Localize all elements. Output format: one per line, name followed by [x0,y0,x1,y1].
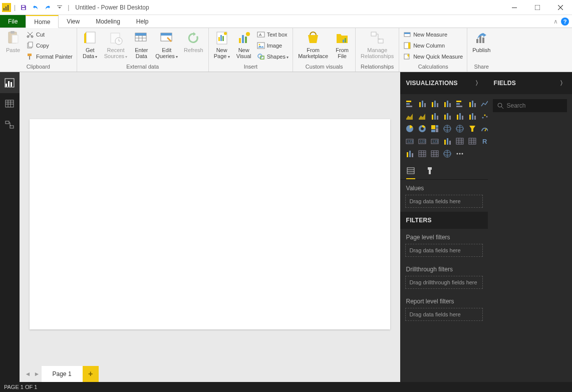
donut-chart-icon[interactable] [417,123,428,134]
get-data-button[interactable]: Get Data [79,29,101,61]
save-icon[interactable] [19,3,29,13]
svg-point-101 [421,127,424,130]
report-filters-drop-zone[interactable]: Drag data fields here [405,308,483,321]
visualizations-header[interactable]: VISUALIZATIONS 〉 [400,72,488,94]
slicer-icon[interactable] [442,136,453,147]
svg-text:R: R [482,138,487,145]
stacked-column-icon[interactable] [429,98,440,109]
undo-icon[interactable] [31,3,41,13]
stacked-area-icon[interactable] [417,111,428,122]
tab-file[interactable]: File [0,15,26,28]
refresh-button[interactable]: Refresh [181,29,206,54]
page-tab-1[interactable]: Page 1 [42,366,83,382]
filled-map-icon[interactable] [454,123,465,134]
qat-customize-icon[interactable] [55,3,65,13]
manage-relationships-button[interactable]: Manage Relationships [358,29,397,60]
kpi-icon[interactable]: 123 [429,136,440,147]
waterfall-icon[interactable] [467,111,478,122]
globe-icon[interactable] [442,148,453,159]
status-bar: PAGE 1 OF 1 [0,382,572,392]
svg-rect-35 [245,37,247,43]
add-page-button[interactable]: + [83,366,99,382]
report-canvas[interactable] [30,119,390,329]
drillthrough-label: Drillthrough filters [400,261,488,276]
ribbon-chart-icon[interactable] [454,111,465,122]
report-view-button[interactable] [0,72,20,93]
ribbon-group-clipboard: Paste Cut Copy Format Painter Clipboard [0,28,77,72]
page-next-button[interactable]: ► [33,366,42,382]
line-clustered-icon[interactable] [429,111,440,122]
fields-header[interactable]: FIELDS 〉 [488,72,572,94]
model-view-button[interactable] [0,114,20,135]
treemap-icon[interactable] [429,123,440,134]
format-tab[interactable] [425,166,434,179]
close-button[interactable] [549,0,572,15]
recent-sources-button[interactable]: Recent Sources [101,29,131,61]
new-column-button[interactable]: New Column [401,40,465,51]
tab-modeling[interactable]: Modeling [88,15,128,28]
map-icon[interactable] [442,123,453,134]
values-label: Values [400,180,488,195]
shapes-button[interactable]: Shapes [255,51,291,62]
search-input[interactable] [507,102,563,109]
clustered-column-icon[interactable] [442,98,453,109]
redo-icon[interactable] [43,3,53,13]
area-chart-icon[interactable] [404,111,415,122]
arcgis-icon[interactable] [417,148,428,159]
help-icon[interactable]: ? [561,18,569,26]
image-button[interactable]: Image [255,40,291,51]
matrix-icon[interactable] [467,136,478,147]
line-stacked-icon[interactable] [442,111,453,122]
format-painter-button[interactable]: Format Painter [24,51,75,62]
ellipsis-icon[interactable] [454,148,465,159]
svg-rect-104 [436,128,438,132]
data-view-button[interactable] [0,93,20,114]
recent-sources-icon [108,30,124,46]
page-prev-button[interactable]: ◄ [24,366,33,382]
collapse-ribbon-icon[interactable]: ∧ [553,18,558,25]
page-filters-drop-zone[interactable]: Drag data fields here [405,244,483,257]
new-page-button[interactable]: New Page [211,29,233,61]
svg-rect-92 [462,116,463,120]
copy-button[interactable]: Copy [24,40,75,51]
table-icon[interactable] [454,136,465,147]
svg-point-40 [258,44,260,46]
values-drop-zone[interactable]: Drag data fields here [405,195,483,208]
tab-help[interactable]: Help [128,15,157,28]
shape-map-icon[interactable] [429,148,440,159]
report-filters-label: Report level filters [400,293,488,308]
stacked-bar-icon[interactable] [404,98,415,109]
svg-rect-69 [419,102,421,107]
svg-rect-15 [28,54,32,56]
canvas-area: ◄ ► Page 1 + [20,72,400,382]
publish-button[interactable]: Publish [469,29,493,54]
cut-button[interactable]: Cut [24,29,75,40]
tab-view[interactable]: View [59,15,88,28]
new-measure-button[interactable]: New Measure [401,29,465,40]
funnel-icon[interactable] [467,123,478,134]
tab-home[interactable]: Home [26,15,59,28]
marketplace-button[interactable]: From Marketplace [295,29,331,60]
pie-chart-icon[interactable] [404,123,415,134]
from-file-button[interactable]: From File [331,29,353,60]
py-visual-icon[interactable] [404,148,415,159]
card-icon[interactable]: 123 [404,136,415,147]
fields-search[interactable] [493,99,567,112]
clustered-bar-icon[interactable] [417,98,428,109]
stacked-col100-icon[interactable] [467,98,478,109]
drillthrough-drop-zone[interactable]: Drag drillthrough fields here [405,276,483,289]
refresh-icon [185,30,201,46]
maximize-button[interactable] [526,0,549,15]
new-quick-measure-button[interactable]: New Quick Measure [401,51,465,62]
svg-rect-141 [431,151,438,157]
new-visual-button[interactable]: New Visual [233,29,255,60]
multi-card-icon[interactable]: 123 [417,136,428,147]
fields-tab[interactable] [406,166,415,179]
paste-button[interactable]: Paste [2,29,24,54]
enter-data-button[interactable]: Enter Data [130,29,152,60]
stacked-bar100-icon[interactable] [454,98,465,109]
svg-rect-9 [11,31,15,34]
text-box-button[interactable]: AText box [255,29,291,40]
edit-queries-button[interactable]: Edit Queries [152,29,181,61]
minimize-button[interactable] [503,0,526,15]
